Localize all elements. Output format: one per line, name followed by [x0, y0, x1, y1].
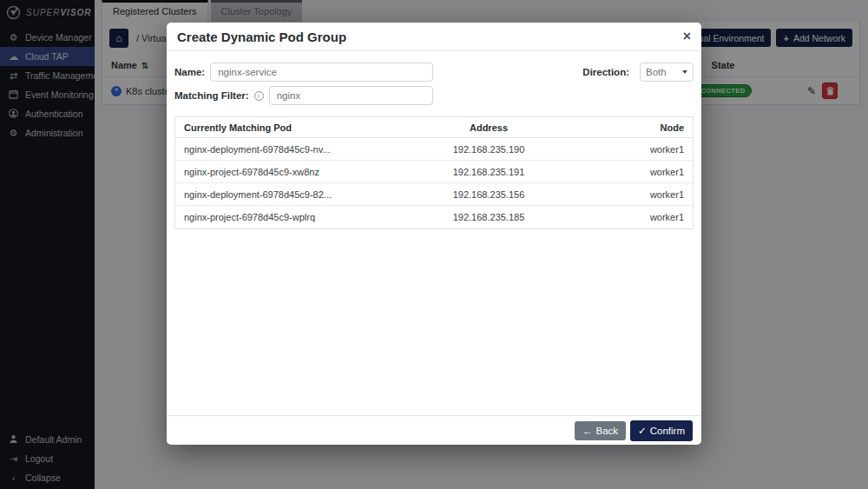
pod-node-cell: worker1: [589, 189, 693, 200]
pod-address-cell: 192.168.235.191: [389, 167, 589, 177]
close-icon[interactable]: ×: [683, 30, 691, 43]
pods-table-header: Currently Matching Pod Address Node: [175, 117, 693, 138]
address-column-header: Address: [389, 122, 589, 133]
matching-filter-label: Matching Filter:: [174, 90, 249, 101]
node-column-header: Node: [589, 122, 693, 133]
modal-title: Create Dynamic Pod Group: [177, 30, 346, 44]
pod-address-cell: 192.168.235.185: [389, 212, 589, 222]
confirm-button[interactable]: ✓ Confirm: [630, 420, 693, 441]
modal-header: Create Dynamic Pod Group ×: [167, 23, 701, 51]
direction-label: Direction:: [582, 67, 629, 77]
direction-selected-value: Both: [646, 67, 667, 77]
matching-pods-table: Currently Matching Pod Address Node ngin…: [174, 116, 694, 229]
direction-select[interactable]: Both: [640, 63, 694, 82]
modal-body: Name: Direction: Both Matching Filter: i…: [167, 51, 701, 229]
table-row: nginx-project-6978d45c9-wplrq 192.168.23…: [175, 206, 693, 228]
pod-name-cell: nginx-deployment-6978d45c9-nv...: [175, 144, 389, 155]
pod-name-cell: nginx-project-6978d45c9-xw8nz: [175, 167, 389, 177]
matching-filter-input[interactable]: [269, 86, 433, 105]
name-form-row: Name: Direction: Both: [174, 63, 694, 82]
table-row: nginx-deployment-6978d45c9-82... 192.168…: [175, 183, 693, 206]
matching-filter-group: Matching Filter: i: [174, 86, 433, 105]
name-group: Name:: [174, 63, 433, 82]
back-label: Back: [596, 426, 619, 436]
pod-node-cell: worker1: [589, 212, 693, 222]
chevron-down-icon: [682, 70, 687, 74]
table-row: nginx-project-6978d45c9-xw8nz 192.168.23…: [175, 161, 693, 183]
info-icon[interactable]: i: [254, 91, 264, 101]
matching-filter-form-row: Matching Filter: i: [174, 86, 694, 105]
direction-group: Direction: Both: [582, 63, 694, 82]
name-label: Name:: [174, 67, 205, 77]
confirm-label: Confirm: [650, 426, 685, 436]
pod-address-cell: 192.168.235.190: [389, 144, 589, 155]
create-dynamic-pod-group-modal: Create Dynamic Pod Group × Name: Directi…: [167, 23, 701, 445]
pod-address-cell: 192.168.235.156: [389, 189, 589, 200]
pod-node-cell: worker1: [589, 144, 693, 155]
modal-footer: ← Back ✓ Confirm: [167, 415, 701, 445]
check-icon: ✓: [638, 425, 647, 437]
back-button[interactable]: ← Back: [575, 421, 626, 440]
table-row: nginx-deployment-6978d45c9-nv... 192.168…: [175, 138, 693, 161]
pod-name-cell: nginx-project-6978d45c9-wplrq: [175, 212, 389, 222]
name-input[interactable]: [210, 63, 433, 82]
pod-column-header: Currently Matching Pod: [175, 122, 389, 133]
arrow-left-icon: ←: [582, 426, 593, 436]
pod-name-cell: nginx-deployment-6978d45c9-82...: [175, 189, 389, 200]
pod-node-cell: worker1: [589, 167, 693, 177]
